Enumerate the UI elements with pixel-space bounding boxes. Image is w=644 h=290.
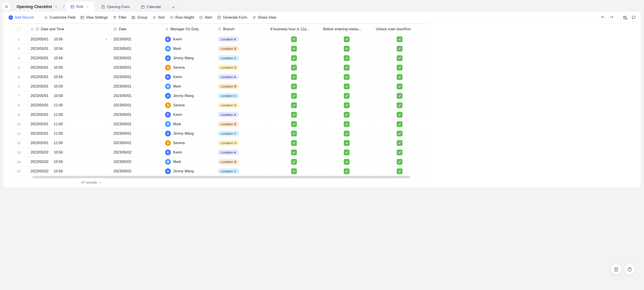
cell-check-q1[interactable] [268, 138, 320, 147]
cell-check-q2[interactable] [320, 101, 373, 110]
cell-datetime[interactable]: 2023/05/01 10:56 [28, 63, 111, 72]
table-row[interactable]: 10 2023/05/01 11:00 2023/05/01 M Mark Lo… [10, 119, 426, 129]
cell-check-q2[interactable] [320, 54, 373, 63]
cell-check-q3[interactable] [373, 167, 426, 176]
col-header-datetime[interactable]: Date and Time [28, 24, 111, 34]
horizontal-scrollbar[interactable] [32, 176, 614, 178]
cell-check-q1[interactable] [268, 119, 320, 129]
cell-date[interactable]: 2023/05/01 [111, 110, 162, 119]
cell-manager[interactable]: Jimmy Wang [162, 91, 215, 100]
comments-button[interactable] [630, 14, 638, 21]
cell-check-q2[interactable] [320, 157, 373, 166]
table-row[interactable]: 1 2023/05/01 10:56 2023/05/01 K Kevin Lo… [10, 35, 426, 44]
cell-check-q2[interactable] [320, 63, 373, 72]
tab-grid[interactable]: Grid [66, 2, 94, 12]
cell-branch[interactable]: Location A [215, 35, 268, 44]
sort-button[interactable]: Sort [150, 14, 167, 21]
scrollbar-thumb[interactable] [32, 176, 410, 178]
cell-date[interactable]: 2023/05/02 [111, 148, 162, 157]
cell-date[interactable]: 2023/05/01 [111, 119, 162, 129]
cell-date[interactable]: 2023/05/01 [111, 129, 162, 138]
cell-date[interactable]: 2023/05/02 [111, 157, 162, 166]
cell-check-q3[interactable] [373, 91, 426, 100]
cell-manager[interactable]: M Mark [162, 82, 215, 91]
col-header-date[interactable]: Date [111, 24, 162, 34]
cell-check-q1[interactable] [268, 44, 320, 53]
filter-button[interactable]: Filter [110, 14, 129, 21]
cell-datetime[interactable]: 2023/05/01 10:59 [28, 82, 111, 91]
cell-date[interactable]: 2023/05/01 [111, 82, 162, 91]
cell-manager[interactable]: S Serena [162, 101, 215, 110]
cell-date[interactable]: 2023/05/01 [111, 35, 162, 44]
cell-branch[interactable]: Location C [215, 129, 268, 138]
cell-check-q3[interactable] [373, 110, 426, 119]
col-header-q2[interactable]: Before entering restau... [320, 24, 373, 34]
cell-date[interactable]: 2023/05/02 [111, 167, 162, 176]
cell-check-q2[interactable] [320, 167, 373, 176]
generate-form-button[interactable]: Generate Form [215, 14, 249, 21]
cell-check-q2[interactable] [320, 44, 373, 53]
table-row[interactable]: 9 2023/05/01 11:00 2023/05/01 K Kevin Lo… [10, 110, 426, 119]
table-row[interactable]: 13 2023/05/02 10:56 2023/05/02 K Kevin L… [10, 148, 426, 157]
cell-branch[interactable]: Location B [215, 119, 268, 129]
cell-date[interactable]: 2023/05/01 [111, 63, 162, 72]
cell-manager[interactable]: Jimmy Wang [162, 54, 215, 63]
cell-datetime[interactable]: 2023/05/01 10:56 [28, 35, 111, 44]
cell-check-q2[interactable] [320, 138, 373, 147]
col-header-q3[interactable]: Unlock main door/fron [373, 24, 426, 34]
cell-datetime[interactable]: 2023/05/01 11:00 [28, 138, 111, 147]
cell-check-q3[interactable] [373, 82, 426, 91]
cell-check-q3[interactable] [373, 157, 426, 166]
table-row[interactable]: 15 2023/05/02 10:56 2023/05/02 Jimmy Wan… [10, 167, 426, 176]
cell-check-q3[interactable] [373, 72, 426, 82]
cell-check-q3[interactable] [373, 129, 426, 138]
cell-check-q2[interactable] [320, 72, 373, 82]
table-row[interactable]: 8 2023/05/01 11:00 2023/05/01 S Serena L… [10, 101, 426, 110]
redo-button[interactable] [608, 14, 616, 21]
cell-check-q1[interactable] [268, 167, 320, 176]
cell-check-q2[interactable] [320, 129, 373, 138]
table-row[interactable]: 2 2023/05/01 10:56 2023/05/01 M Mark Loc… [10, 44, 426, 54]
cell-branch[interactable]: Location C [215, 91, 268, 100]
cell-check-q2[interactable] [320, 148, 373, 157]
table-row[interactable]: 5 2023/05/01 10:56 2023/05/01 K Kevin Lo… [10, 72, 426, 82]
cell-branch[interactable]: Location A [215, 148, 268, 157]
cell-check-q3[interactable] [373, 138, 426, 147]
tab-calendar[interactable]: Calendar [137, 2, 165, 12]
cell-check-q3[interactable] [373, 54, 426, 63]
cell-datetime[interactable]: 2023/05/01 11:00 [28, 101, 111, 110]
cell-check-q1[interactable] [268, 157, 320, 166]
cell-branch[interactable]: Location D [215, 101, 268, 110]
cell-manager[interactable]: M Mark [162, 157, 215, 166]
cell-check-q3[interactable] [373, 148, 426, 157]
cell-branch[interactable]: Location B [215, 44, 268, 53]
cell-check-q2[interactable] [320, 91, 373, 100]
cell-datetime[interactable]: 2023/05/02 10:56 [28, 167, 111, 176]
cell-check-q2[interactable] [320, 35, 373, 44]
cell-branch[interactable]: Location B [215, 157, 268, 166]
customize-field-button[interactable]: Customize Field [42, 14, 78, 21]
col-header-manager[interactable]: Manager On Duty [162, 24, 215, 34]
cell-datetime[interactable]: 2023/05/01 11:00 [28, 129, 111, 138]
tab-opening-form[interactable]: Opening Form [97, 2, 134, 12]
cell-check-q1[interactable] [268, 129, 320, 138]
tab-more-button[interactable] [85, 5, 90, 9]
select-all-cell[interactable] [10, 24, 28, 34]
add-record-button[interactable]: + Add Record [6, 14, 36, 21]
cell-date[interactable]: 2023/05/01 [111, 44, 162, 53]
table-row[interactable]: 6 2023/05/01 10:59 2023/05/01 M Mark Loc… [10, 82, 426, 91]
cell-branch[interactable]: Location C [215, 167, 268, 176]
group-button[interactable]: Group [129, 14, 149, 21]
cell-check-q3[interactable] [373, 35, 426, 44]
view-settings-button[interactable]: View Settings [78, 14, 110, 21]
record-count-dropdown[interactable]: 47 records [81, 180, 102, 184]
cell-manager[interactable]: M Mark [162, 44, 215, 53]
cell-branch[interactable]: Location A [215, 72, 268, 82]
cell-manager[interactable]: Jimmy Wang [162, 167, 215, 176]
table-title-dropdown[interactable]: Opening Checklist [13, 2, 62, 12]
records-grid[interactable]: Date and Time Date [3, 24, 641, 176]
share-view-button[interactable]: Share View [250, 14, 278, 21]
cell-manager[interactable]: K Kevin [162, 35, 215, 44]
table-row[interactable]: 7 2023/05/01 10:59 2023/05/01 Jimmy Wang… [10, 91, 426, 101]
cell-manager[interactable]: S Serena [162, 138, 215, 147]
